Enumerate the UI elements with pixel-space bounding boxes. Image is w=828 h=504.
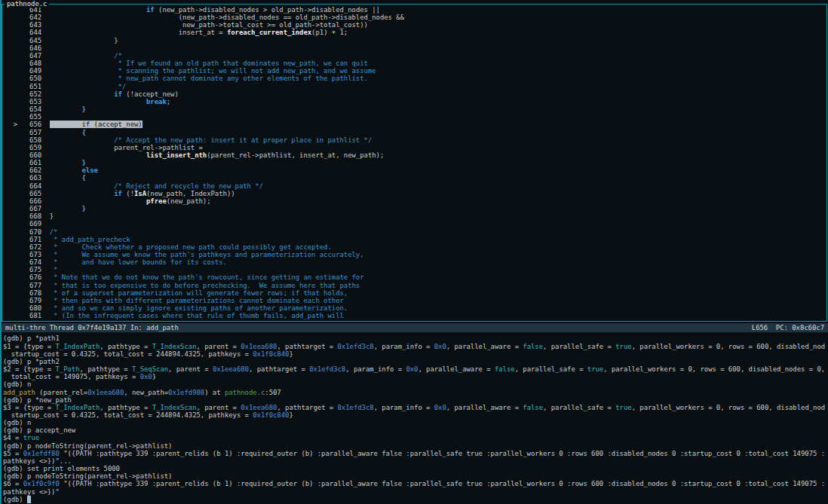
code-comment: * add_path_precheck — [50, 236, 130, 243]
gdb-output-line: (gdb) p *path1 — [3, 334, 828, 342]
source-line: 671 * add_path_precheck — [5, 236, 826, 243]
line-number: 642 — [29, 14, 41, 21]
line-number: 657 — [29, 129, 41, 136]
line-number: 675 — [29, 266, 41, 273]
gdb-tui-terminal[interactable]: pathnode.c 641 if (new_path->disabled_no… — [0, 0, 828, 504]
source-line: 676 * Note that we do not know the path'… — [5, 273, 826, 281]
source-line: 681 * (In the infrequent cases where tha… — [5, 312, 826, 319]
line-number: 645 — [29, 37, 41, 44]
cursor — [27, 496, 31, 503]
line-number: 681 — [29, 312, 41, 319]
gdb-output-line: (gdb) p *new_path — [3, 396, 828, 404]
code-comment: /* — [50, 228, 58, 236]
gdb-output-line: (gdb) p accept_new — [3, 426, 828, 434]
code-comment: * of a superset parameterization will ge… — [50, 289, 348, 297]
source-file-title: pathnode.c — [5, 0, 49, 8]
source-line: 677 * that is too expensive to do before… — [5, 282, 826, 289]
current-line-marker: > — [14, 121, 17, 128]
line-number: 666 — [29, 197, 41, 205]
source-line: 661 } — [5, 159, 826, 166]
line-number: 654 — [29, 105, 41, 113]
code-comment: * scanning the pathlist; we will not add… — [50, 67, 376, 75]
line-number: 650 — [29, 75, 41, 82]
line-number: 659 — [29, 144, 41, 151]
source-line: 679 * then paths with different paramete… — [5, 297, 826, 304]
source-line: 662 else — [5, 166, 826, 174]
line-number: 660 — [29, 151, 41, 159]
line-number: 644 — [29, 29, 41, 36]
line-number: 673 — [29, 251, 41, 258]
line-number: 678 — [29, 289, 41, 297]
line-number: 680 — [29, 304, 41, 312]
gdb-output-line: add_path (parent_rel=0x1eea680, new_path… — [3, 389, 828, 396]
gdb-output-line: $6 = 0x1f0c9f0 "({PATH :pathtype 339 :pa… — [3, 480, 828, 487]
source-line: > 656 if (accept_new) — [5, 121, 826, 128]
source-line: 657 { — [5, 129, 826, 136]
line-number: 658 — [29, 136, 41, 144]
source-line: 670 /* — [5, 228, 826, 236]
source-line: 647 /* — [5, 52, 826, 60]
code-comment: * then paths with different parameteriza… — [50, 297, 344, 304]
source-line: 664 /* Reject and recycle the new path *… — [5, 182, 826, 190]
source-line: 675 * — [5, 266, 826, 273]
source-line: 674 * and have lower bounds for its cost… — [5, 258, 826, 266]
code-comment: * If we found an old path that dominates… — [50, 60, 368, 67]
gdb-command-area[interactable]: (gdb) p *path1$1 = {type = T_IndexPath, … — [2, 332, 828, 504]
source-line: 643 new_path->total_cost >= old_path->to… — [5, 21, 826, 29]
source-line: 646 — [5, 44, 826, 52]
source-line: 666 pfree(new_path); — [5, 197, 826, 205]
code-comment: * new_path cannot dominate any other ele… — [50, 75, 368, 82]
source-window[interactable]: pathnode.c 641 if (new_path->disabled_no… — [2, 4, 827, 322]
source-code-area: 641 if (new_path->disabled_nodes > old_p… — [5, 6, 826, 319]
source-line: 665 if (!IsA(new_path, IndexPath)) — [5, 190, 826, 197]
source-line: 645 } — [5, 37, 826, 44]
line-number: 651 — [29, 83, 41, 90]
line-number: 676 — [29, 273, 41, 281]
gdb-output-line: $5 = 0x1efdf80 "({PATH :pathtype 339 :pa… — [3, 450, 828, 457]
line-number: 664 — [29, 182, 41, 190]
source-line: 641 if (new_path->disabled_nodes > old_p… — [5, 6, 826, 14]
source-line: 652 if (!accept_new) — [5, 90, 826, 98]
source-line: 660 list_insert_nth(parent_rel->pathlist… — [5, 151, 826, 159]
source-line: 649 * scanning the pathlist; we will not… — [5, 67, 826, 75]
line-number: 648 — [29, 60, 41, 67]
line-number: 662 — [29, 166, 41, 174]
code-comment: * and have lower bounds for its costs. — [50, 258, 227, 266]
gdb-output-line: (gdb) p nodeToString(parent_rel->pathlis… — [3, 442, 828, 450]
source-line: 642 (new_path->disabled_nodes == old_pat… — [5, 14, 826, 21]
line-number: 652 — [29, 90, 41, 98]
source-line: 672 * Check whether a proposed new path … — [5, 243, 826, 251]
source-line: 668 } — [5, 212, 826, 220]
current-line-highlight: if (accept_new) — [50, 121, 143, 128]
code-comment: * (In the infrequent cases where that ru… — [50, 312, 344, 319]
line-number: 677 — [29, 282, 41, 289]
code-comment: /* Reject and recycle the new path */ — [50, 182, 263, 190]
gdb-output-line: (gdb) n — [3, 380, 828, 388]
gdb-output-line: (gdb) p *path2 — [3, 358, 828, 365]
code-comment: * Check whether a proposed new path coul… — [50, 243, 332, 251]
code-comment: * that is too expensive to do before pre… — [50, 282, 360, 289]
line-number: 672 — [29, 243, 41, 251]
source-line: 667 } — [5, 205, 826, 212]
line-number: 646 — [29, 44, 41, 52]
line-number: 679 — [29, 297, 41, 304]
status-bar: multi-thre Thread 0x7f4e19a137 In: add_p… — [2, 323, 828, 332]
line-number: 674 — [29, 258, 41, 266]
line-number: 647 — [29, 52, 41, 60]
source-line: 663 { — [5, 174, 826, 182]
line-number: 671 — [29, 236, 41, 243]
source-line: 673 * We assume we know the path's pathk… — [5, 251, 826, 258]
code-comment: * We assume we know the path's pathkeys … — [50, 251, 364, 258]
gdb-prompt-line[interactable]: (gdb) — [3, 496, 828, 503]
gdb-output-line: (gdb) set print elements 5000 — [3, 465, 828, 472]
line-number: 661 — [29, 159, 41, 166]
line-number: 653 — [29, 98, 41, 105]
line-number: 667 — [29, 205, 41, 212]
source-line: 655 — [5, 113, 826, 121]
gdb-output-line: total_cost = 149075, pathkeys = 0x0} — [3, 373, 828, 380]
gdb-output-line: (gdb) n — [3, 419, 828, 426]
source-line: 658 /* Accept the new path: insert it at… — [5, 136, 826, 144]
line-number: 668 — [29, 212, 41, 220]
source-line: 659 parent_rel->pathlist = — [5, 144, 826, 151]
status-thread-info: multi-thre Thread 0x7f4e19a137 In: add_p… — [5, 323, 179, 332]
